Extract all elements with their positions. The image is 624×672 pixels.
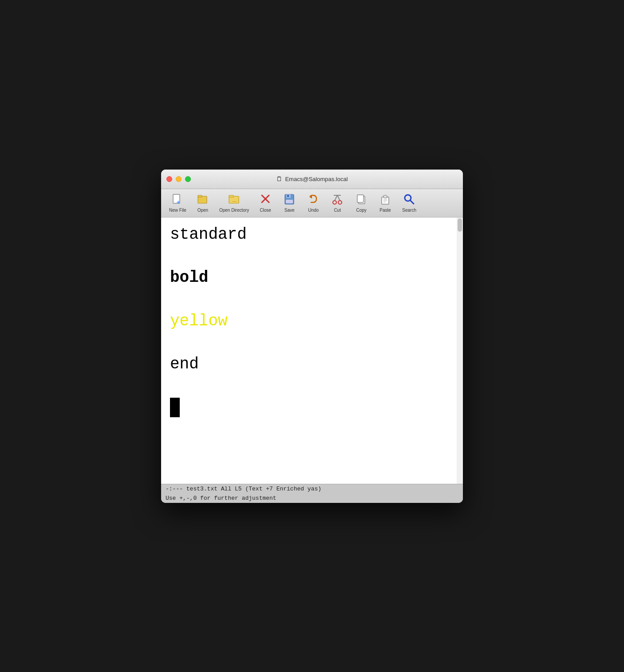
undo-label: Undo [308, 208, 319, 213]
search-icon [403, 194, 415, 207]
new-file-label: New File [169, 208, 186, 213]
cut-label: Cut [334, 208, 341, 213]
svg-line-17 [337, 195, 340, 201]
close-doc-icon [260, 194, 271, 207]
paste-button[interactable]: Paste [374, 192, 396, 214]
svg-text:+: + [177, 199, 180, 205]
title-icon: 🗒 [276, 175, 282, 182]
search-button[interactable]: Search [398, 192, 420, 214]
svg-point-15 [338, 201, 342, 204]
save-label: Save [284, 208, 295, 213]
minibuffer-text: Use +,-,0 for further adjustment [166, 495, 276, 502]
text-cursor [170, 398, 180, 417]
svg-rect-12 [287, 195, 289, 197]
editor-line-1: standard [170, 225, 454, 245]
editor-line-3: yellow [170, 311, 454, 332]
editor-wrapper: standard bold yellow end [161, 217, 463, 484]
svg-rect-11 [286, 200, 293, 203]
scrollbar[interactable] [457, 217, 463, 484]
traffic-lights [166, 176, 191, 182]
new-file-button[interactable]: + New File [166, 192, 190, 214]
cut-button[interactable]: Cut [326, 192, 348, 214]
copy-label: Copy [356, 208, 366, 213]
minibuffer: Use +,-,0 for further adjustment [161, 494, 463, 503]
emacs-window: 🗒 Emacs@Salompas.local + New File [161, 170, 463, 503]
paste-icon [380, 194, 391, 207]
svg-rect-3 [198, 195, 202, 197]
svg-rect-20 [357, 195, 363, 202]
copy-button[interactable]: Copy [350, 192, 372, 214]
maximize-button[interactable] [185, 176, 191, 182]
save-icon [284, 194, 295, 207]
statusbar: -:--- test3.txt All L5 (Text +7 Enriched… [161, 484, 463, 494]
title-text: Emacs@Salompas.local [285, 176, 348, 182]
statusbar-text: -:--- test3.txt All L5 (Text +7 Enriched… [166, 486, 321, 492]
window-title: 🗒 Emacs@Salompas.local [276, 175, 348, 182]
open-directory-label: Open Directory [219, 208, 249, 213]
copy-icon [356, 194, 367, 207]
editor-line-4: end [170, 354, 454, 375]
paste-label: Paste [379, 208, 391, 213]
open-label: Open [197, 208, 208, 213]
open-icon [197, 194, 208, 207]
save-button[interactable]: Save [278, 192, 300, 214]
titlebar: 🗒 Emacs@Salompas.local [161, 170, 463, 189]
close-button[interactable] [166, 176, 172, 182]
cut-icon [332, 194, 343, 207]
svg-line-27 [410, 200, 414, 204]
search-label: Search [402, 208, 416, 213]
open-button[interactable]: Open [192, 192, 214, 214]
new-file-icon: + [172, 194, 183, 207]
open-directory-button[interactable]: ... Open Directory [216, 192, 253, 214]
scrollbar-thumb[interactable] [458, 218, 462, 232]
svg-point-14 [333, 201, 336, 204]
editor-line-2: bold [170, 268, 454, 289]
editor-content[interactable]: standard bold yellow end [161, 217, 463, 484]
close-doc-button[interactable]: Close [254, 192, 276, 214]
svg-line-16 [335, 195, 337, 201]
svg-rect-5 [229, 195, 233, 197]
undo-button[interactable]: Undo [302, 192, 324, 214]
close-doc-label: Close [260, 208, 271, 213]
svg-text:...: ... [232, 198, 236, 203]
undo-icon [308, 194, 319, 207]
open-directory-icon: ... [229, 194, 240, 207]
toolbar: + New File Open ... [161, 189, 463, 217]
minimize-button[interactable] [176, 176, 182, 182]
svg-rect-22 [383, 195, 387, 198]
